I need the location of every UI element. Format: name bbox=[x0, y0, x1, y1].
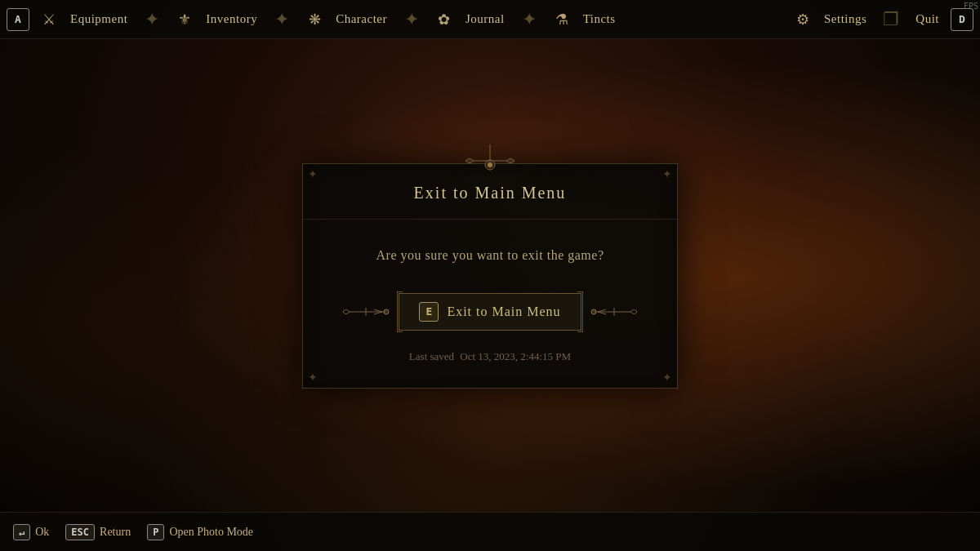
photo-label: Open Photo Mode bbox=[169, 526, 253, 539]
nav-item-journal[interactable]: ✿ Journal bbox=[425, 7, 516, 33]
nav-label-settings: Settings bbox=[819, 12, 871, 26]
nav-divider-icon-5: ❐ bbox=[878, 7, 904, 33]
tincts-icon: ⚗ bbox=[549, 7, 575, 33]
exit-to-main-menu-button[interactable]: E Exit to Main Menu bbox=[341, 293, 638, 331]
button-text: Exit to Main Menu bbox=[447, 304, 560, 319]
bottom-key-return[interactable]: ESC Return bbox=[65, 524, 131, 540]
nav-label-equipment: Equipment bbox=[65, 12, 132, 26]
ok-label: Ok bbox=[35, 526, 49, 539]
svg-point-3 bbox=[488, 162, 492, 167]
corner-deco-bl: ✦ bbox=[308, 371, 318, 384]
inventory-icon: ⚜ bbox=[172, 7, 198, 33]
button-left-ornament bbox=[341, 300, 390, 324]
nav-item-tincts[interactable]: ⚗ Tincts bbox=[542, 7, 627, 33]
nav-label-journal: Journal bbox=[461, 12, 510, 26]
nav-label-character: Character bbox=[331, 12, 392, 26]
return-label: Return bbox=[100, 526, 131, 539]
svg-point-4 bbox=[384, 309, 389, 314]
bottom-bar: ↵ Ok ESC Return P Open Photo Mode bbox=[0, 512, 980, 551]
left-key-label: A bbox=[15, 13, 21, 25]
button-frame: E Exit to Main Menu bbox=[399, 293, 581, 331]
button-right-ornament bbox=[590, 300, 639, 324]
photo-key-box: P bbox=[147, 524, 164, 540]
right-key-box: D bbox=[951, 8, 973, 31]
nav-item-settings[interactable]: ⚙ Settings bbox=[783, 7, 878, 33]
save-time-prefix: Last saved bbox=[409, 350, 454, 362]
nav-item-equipment[interactable]: ⚔ Equipment bbox=[29, 7, 139, 33]
left-key-box: A bbox=[7, 8, 29, 31]
svg-point-5 bbox=[591, 309, 596, 314]
photo-key-text: P bbox=[153, 527, 158, 538]
nav-divider-icon-1: ✦ bbox=[139, 7, 165, 33]
bottom-key-photo[interactable]: P Open Photo Mode bbox=[147, 524, 253, 540]
return-key-box: ESC bbox=[65, 524, 95, 540]
exit-dialog: ✦ ✦ ✦ ✦ Exit to Main Menu Are you sure y… bbox=[302, 163, 678, 389]
nav-item-character[interactable]: ❋ Character bbox=[295, 7, 399, 33]
equipment-icon: ⚔ bbox=[36, 7, 62, 33]
corner-deco-tr: ✦ bbox=[662, 167, 672, 181]
ok-key-box: ↵ bbox=[13, 524, 30, 540]
button-key: E bbox=[419, 302, 439, 322]
dialog-overlay: ✦ ✦ ✦ ✦ Exit to Main Menu Are you sure y… bbox=[0, 0, 980, 551]
nav-item-inventory[interactable]: ⚜ Inventory bbox=[165, 7, 269, 33]
nav-label-inventory: Inventory bbox=[201, 12, 262, 26]
bottom-key-ok[interactable]: ↵ Ok bbox=[13, 524, 49, 540]
return-key-text: ESC bbox=[71, 527, 89, 538]
nav-divider-icon-3: ✦ bbox=[399, 7, 425, 33]
top-navigation: A ⚔ Equipment ✦ ⚜ Inventory ✦ ❋ Characte… bbox=[0, 0, 980, 39]
corner-deco-br: ✦ bbox=[662, 371, 672, 384]
settings-icon: ⚙ bbox=[790, 7, 816, 33]
character-icon: ❋ bbox=[301, 7, 327, 33]
journal-icon: ✿ bbox=[431, 7, 457, 33]
nav-label-tincts: Tincts bbox=[578, 12, 621, 26]
ok-key-icon: ↵ bbox=[19, 527, 24, 538]
nav-label-quit: Quit bbox=[911, 12, 944, 26]
save-time-value: Oct 13, 2023, 2:44:15 PM bbox=[460, 350, 571, 362]
dialog-body: Are you sure you want to exit the game? bbox=[352, 220, 629, 285]
save-time: Last saved Oct 13, 2023, 2:44:15 PM bbox=[409, 350, 571, 363]
nav-divider-icon-4: ✦ bbox=[516, 7, 542, 33]
dialog-top-ornament bbox=[457, 144, 523, 185]
fps-label: FPS bbox=[964, 2, 978, 11]
nav-item-quit[interactable]: Quit bbox=[904, 12, 951, 26]
nav-divider-icon-2: ✦ bbox=[269, 7, 295, 33]
corner-deco-tl: ✦ bbox=[308, 167, 318, 181]
right-key-label: D bbox=[959, 13, 965, 25]
